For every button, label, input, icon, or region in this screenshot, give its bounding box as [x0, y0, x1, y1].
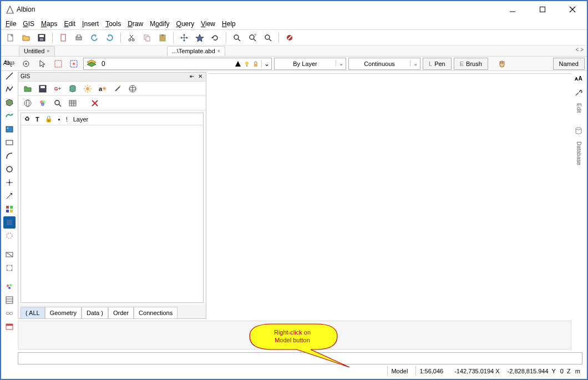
shape-icon[interactable] [3, 110, 16, 122]
image-icon[interactable] [3, 123, 16, 135]
circle-icon[interactable] [3, 163, 16, 175]
lock-col-icon[interactable]: 🔒 [45, 115, 53, 123]
refresh-icon[interactable] [209, 32, 221, 44]
target-icon[interactable] [20, 58, 32, 70]
scale-display[interactable]: 1:56,046 [415, 366, 447, 376]
menu-maps[interactable]: Maps [41, 20, 57, 28]
polyline-icon[interactable] [3, 83, 16, 95]
new-file-icon[interactable] [4, 32, 17, 44]
window-icon[interactable] [3, 321, 16, 333]
delete-icon[interactable] [89, 97, 101, 109]
tools-icon[interactable] [572, 87, 585, 99]
arc-icon[interactable] [3, 150, 16, 162]
tab-all[interactable]: ( ALL [21, 307, 45, 318]
warn-col-icon[interactable]: ! [66, 116, 68, 123]
database-icon[interactable] [67, 83, 79, 95]
selection2-icon[interactable] [68, 58, 80, 70]
menu-view[interactable]: View [201, 20, 215, 28]
undo-icon[interactable] [88, 32, 100, 44]
move-icon[interactable] [178, 32, 190, 44]
print-icon[interactable] [73, 32, 85, 44]
tab-order[interactable]: Order [108, 307, 134, 318]
menu-query[interactable]: Query [176, 20, 195, 28]
save-icon[interactable] [36, 32, 48, 44]
cut-icon[interactable] [125, 32, 138, 44]
menu-insert[interactable]: Insert [82, 20, 99, 28]
link-icon[interactable] [3, 307, 16, 320]
menu-edit[interactable]: Edit [64, 20, 75, 28]
maximize-button[interactable] [533, 3, 552, 16]
model-button[interactable]: Model [387, 366, 411, 376]
db-icon[interactable] [572, 125, 585, 137]
rect-icon[interactable] [3, 136, 16, 149]
close-tab-icon[interactable]: × [217, 48, 220, 54]
chevron-down-icon[interactable]: ⌄ [336, 60, 346, 67]
grid-icon[interactable] [3, 203, 16, 215]
font-aa-icon[interactable]: ᴀA [572, 72, 585, 84]
search-plus-icon[interactable]: ? [246, 32, 258, 44]
save-project-icon[interactable] [37, 83, 49, 95]
grid-snap-icon[interactable] [3, 262, 16, 274]
paste-icon[interactable] [156, 32, 169, 44]
tab-geometry[interactable]: Geometry [45, 307, 82, 318]
star-icon[interactable] [194, 32, 206, 44]
line-icon[interactable] [3, 70, 16, 82]
linetype-combo[interactable]: Continuous ⌄ [348, 58, 420, 70]
open-file-icon[interactable] [20, 32, 32, 44]
page-icon[interactable] [57, 32, 69, 44]
square-col-icon[interactable]: ▪ [58, 116, 60, 123]
pen-button[interactable]: L Pen [423, 58, 452, 70]
zoom-icon[interactable] [262, 32, 274, 44]
stop-icon[interactable] [283, 32, 296, 44]
tab-untitled[interactable]: Untitled × [19, 46, 55, 56]
redo-icon[interactable] [104, 32, 116, 44]
menu-tools[interactable]: Tools [105, 20, 121, 28]
gis-panel-controls[interactable]: ⇤ ✕ [190, 73, 204, 80]
table-icon[interactable] [67, 97, 79, 109]
chevron-down-icon[interactable]: ⌄ [261, 60, 271, 68]
globe-icon[interactable] [126, 83, 139, 95]
open-project-icon[interactable] [22, 83, 34, 95]
chevron-down-icon[interactable]: ⌄ [410, 60, 420, 67]
tab-data[interactable]: Data ) [82, 307, 108, 318]
tab-template[interactable]: ...\Template.abd × [167, 46, 226, 56]
brush-button[interactable]: E Brush [454, 58, 488, 70]
tab-connections[interactable]: Connections [134, 307, 178, 318]
menu-help[interactable]: Help [222, 20, 236, 28]
hand-icon[interactable] [496, 58, 508, 70]
g-plus-icon[interactable]: G+ [52, 83, 64, 95]
menu-gis[interactable]: GIS [23, 20, 34, 28]
recycle-col-icon[interactable]: ♻ [24, 115, 30, 123]
zoom2-icon[interactable] [52, 97, 64, 109]
sun-icon[interactable] [82, 83, 94, 95]
drawing-canvas[interactable] [209, 73, 571, 317]
extents-icon[interactable] [3, 249, 16, 261]
minimize-button[interactable] [503, 3, 523, 16]
selected-tool-icon[interactable] [3, 216, 16, 229]
rgb-icon[interactable] [37, 97, 49, 109]
color-combo[interactable]: By Layer ⌄ [274, 58, 346, 70]
close-tab-icon[interactable]: × [47, 48, 49, 54]
menu-modify[interactable]: Modify [150, 20, 169, 28]
copy-icon[interactable] [141, 32, 153, 44]
label-a-icon[interactable]: a☀ [97, 83, 109, 95]
database-panel-tab[interactable]: Database [576, 141, 582, 165]
hatch-icon[interactable] [3, 294, 16, 306]
close-button[interactable] [562, 3, 582, 16]
search-icon[interactable] [231, 32, 243, 44]
polygon-icon[interactable] [3, 97, 16, 109]
text-col-icon[interactable]: T [36, 116, 39, 123]
selection-icon[interactable] [52, 58, 64, 70]
tab-nav[interactable]: < > [576, 47, 584, 53]
named-button[interactable]: Named [553, 58, 585, 70]
palette-icon[interactable] [3, 281, 16, 293]
menu-file[interactable]: File [6, 20, 16, 28]
dashed-circle-icon[interactable] [3, 230, 16, 242]
layer-select[interactable]: 0 ⌄ [83, 58, 272, 70]
text-t123-icon[interactable]: T123 [3, 57, 16, 69]
point-icon[interactable] [3, 176, 16, 189]
cursor-icon[interactable] [37, 58, 49, 70]
edit-panel-tab[interactable]: Edit [576, 103, 582, 113]
wand-icon[interactable] [111, 83, 124, 95]
arrow-icon[interactable] [3, 190, 16, 202]
